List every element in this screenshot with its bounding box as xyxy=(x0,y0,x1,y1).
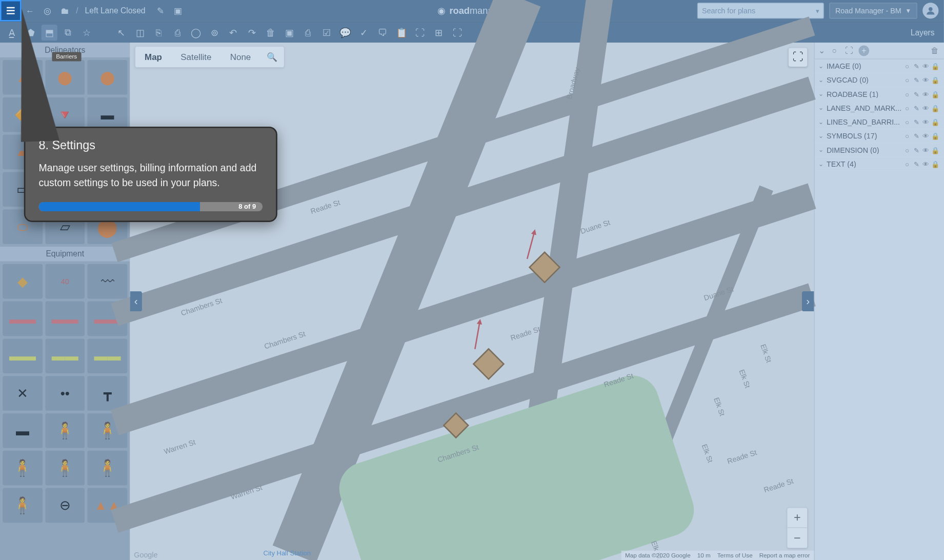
page-tool-icon[interactable]: ⎘ xyxy=(151,24,167,40)
lock-icon[interactable]: 🔒 xyxy=(931,146,940,153)
layer-row[interactable]: ⌄IMAGE (0)○✎👁🔒 xyxy=(815,59,944,73)
eye-icon[interactable]: 👁 xyxy=(921,90,931,97)
palette-item[interactable]: 🧍 xyxy=(3,488,43,523)
collapse-icon[interactable]: ⌄ xyxy=(818,46,828,55)
eye-icon[interactable]: 👁 xyxy=(921,161,931,168)
trash-icon[interactable]: 🗑 xyxy=(931,46,940,55)
eye-icon[interactable]: 👁 xyxy=(921,104,931,111)
tab-satellite[interactable]: Satellite xyxy=(171,47,221,67)
lock-icon[interactable]: 🔒 xyxy=(931,76,940,84)
edit-icon[interactable]: ✎ xyxy=(912,104,921,111)
clipboard-icon[interactable]: 📋 xyxy=(393,24,409,40)
map-fullscreen-button[interactable]: ⛶ xyxy=(789,48,807,67)
eye-icon[interactable]: 👁 xyxy=(921,146,931,153)
shape-tool-icon[interactable]: ◯ xyxy=(188,24,204,40)
palette-item[interactable]: ✕ xyxy=(3,376,43,411)
edit-icon[interactable]: ✎ xyxy=(912,146,921,153)
approve-icon[interactable]: ✓ xyxy=(356,24,372,40)
locate-icon[interactable]: ⊚ xyxy=(207,24,223,40)
layer-row[interactable]: ⌄SYMBOLS (17)○✎👁🔒 xyxy=(815,129,944,143)
edit-icon[interactable]: ✎ xyxy=(912,76,921,84)
target-icon[interactable]: ○ xyxy=(902,63,912,70)
star-icon[interactable]: ☆ xyxy=(78,24,94,40)
zoom-out-button[interactable]: − xyxy=(787,528,807,548)
tab-none[interactable]: None xyxy=(221,47,260,67)
edit-icon[interactable]: ✎ xyxy=(912,132,921,139)
terms-link[interactable]: Terms of Use xyxy=(717,552,753,558)
tab-map[interactable]: Map xyxy=(135,47,171,67)
eye-icon[interactable]: 👁 xyxy=(921,132,931,139)
palette-item[interactable]: ◆ xyxy=(3,264,43,299)
redo-icon[interactable]: ↷ xyxy=(244,24,260,40)
layer-row[interactable]: ⌄DIMENSION (0)○✎👁🔒 xyxy=(815,144,944,157)
eye-icon[interactable]: 👁 xyxy=(921,118,931,126)
undo-icon[interactable]: ↶ xyxy=(225,24,241,40)
collapse-right-button[interactable]: › xyxy=(802,291,814,311)
print2-icon[interactable]: ⎙ xyxy=(300,24,316,40)
expand-icon[interactable]: ⛶ xyxy=(412,24,428,40)
comment-icon[interactable]: 💬 xyxy=(337,24,353,40)
layer-row[interactable]: ⌄TEXT (4)○✎👁🔒 xyxy=(815,157,944,171)
palette-item[interactable]: 🧍 xyxy=(88,451,128,486)
report-link[interactable]: Report a map error xyxy=(759,552,810,558)
map-canvas[interactable]: Broadway Reade St Reade St Reade St Read… xyxy=(130,43,814,560)
collapse-left-button[interactable]: ‹ xyxy=(130,291,142,311)
lock-icon[interactable]: 🔒 xyxy=(931,104,940,111)
pointer-tool-icon[interactable]: ↖ xyxy=(113,24,129,40)
palette-item[interactable]: 40 xyxy=(45,264,85,299)
palette-item[interactable]: 🧍 xyxy=(45,451,85,486)
palette-item[interactable]: •• xyxy=(45,376,85,411)
account-icon[interactable] xyxy=(922,3,938,18)
print-icon[interactable]: ⎙ xyxy=(169,24,185,40)
chat-icon[interactable]: 🗨 xyxy=(375,24,391,40)
palette-item[interactable]: 〰 xyxy=(88,264,128,299)
window-icon[interactable]: ▣ xyxy=(169,0,187,22)
lock-icon[interactable]: 🔒 xyxy=(931,63,940,70)
palette-item[interactable]: ▬▬ xyxy=(88,338,128,373)
add-frame-icon[interactable]: ⊞ xyxy=(431,24,447,40)
edit-icon[interactable]: ✎ xyxy=(912,118,921,126)
target-icon[interactable]: ○ xyxy=(902,146,912,153)
edit-icon[interactable]: ✎ xyxy=(912,90,921,97)
trash-icon[interactable]: 🗑 xyxy=(263,24,278,40)
palette-item[interactable]: 🧍 xyxy=(45,413,85,448)
expand-icon[interactable]: ⛶ xyxy=(845,46,854,55)
lock-icon[interactable]: 🔒 xyxy=(931,90,940,97)
palette-item[interactable]: ⊖ xyxy=(45,488,85,523)
edit-icon[interactable]: ✎ xyxy=(152,0,170,22)
folder-icon[interactable]: 🖿 xyxy=(56,0,73,22)
palette-item[interactable]: ▬▬ xyxy=(45,338,85,373)
add-layer-icon[interactable]: + xyxy=(858,45,869,56)
palette-item[interactable]: ▬▬ xyxy=(3,338,43,373)
palette-item[interactable]: ▬ xyxy=(3,413,43,448)
zoom-in-button[interactable]: + xyxy=(787,508,807,528)
palette-item[interactable]: ⬤ xyxy=(88,60,128,95)
target-icon[interactable]: ○ xyxy=(902,161,912,168)
fullscreen-icon[interactable]: ⛶ xyxy=(449,24,465,40)
lock-icon[interactable]: 🔒 xyxy=(931,118,940,126)
group-tool-icon[interactable]: ⧉ xyxy=(60,24,76,40)
layer-row[interactable]: ⌄SVGCAD (0)○✎👁🔒 xyxy=(815,73,944,87)
palette-item[interactable]: ┳ xyxy=(88,376,128,411)
check-icon[interactable]: ☑ xyxy=(318,24,334,40)
edit-icon[interactable]: ✎ xyxy=(912,161,921,168)
layer-row[interactable]: ⌄LINES_AND_BARRI...○✎👁🔒 xyxy=(815,115,944,129)
palette-item[interactable]: ▬▬ xyxy=(45,302,85,336)
frame-icon[interactable]: ▣ xyxy=(282,24,297,40)
eye-icon[interactable]: 👁 xyxy=(921,76,931,84)
lock-icon[interactable]: 🔒 xyxy=(931,132,940,139)
layer-row[interactable]: ⌄ROADBASE (1)○✎👁🔒 xyxy=(815,87,944,101)
user-dropdown[interactable]: Road Manager - BM ▼ xyxy=(829,3,917,18)
target-icon[interactable]: ○ xyxy=(902,118,912,126)
map-search-icon[interactable]: 🔍 xyxy=(260,47,284,67)
layer-row[interactable]: ⌄LANES_AND_MARK...○✎👁🔒 xyxy=(815,102,944,115)
target-icon[interactable]: ○ xyxy=(902,132,912,139)
target-icon[interactable]: ○ xyxy=(902,104,912,111)
lock-icon[interactable]: 🔒 xyxy=(931,161,940,168)
eye-icon[interactable]: 👁 xyxy=(921,63,931,70)
target-icon[interactable]: ○ xyxy=(902,90,912,97)
search-plans-input[interactable]: Search for plans ▾ xyxy=(697,3,824,18)
circle-icon[interactable]: ○ xyxy=(832,46,841,55)
palette-item[interactable]: 🧍 xyxy=(3,451,43,486)
palette-item[interactable]: ▬▬ xyxy=(3,302,43,336)
